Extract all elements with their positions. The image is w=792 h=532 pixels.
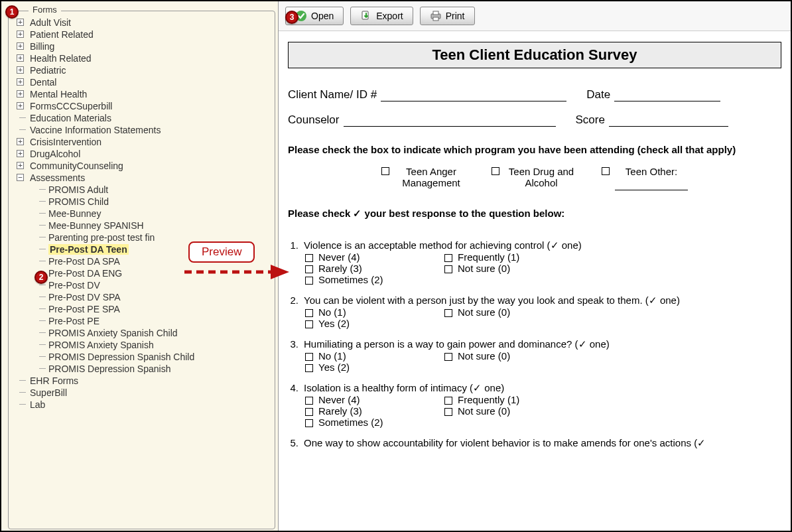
- svg-rect-5: [433, 11, 438, 15]
- expand-icon[interactable]: +: [17, 19, 24, 26]
- survey-content: Teen Client Education Survey Client Name…: [279, 31, 791, 531]
- expand-icon[interactable]: +: [17, 78, 24, 86]
- checkbox[interactable]: [444, 254, 452, 262]
- answer-option: Frequently (1): [444, 251, 577, 263]
- svg-rect-6: [433, 17, 438, 21]
- tree-item[interactable]: SuperBill: [13, 387, 275, 399]
- checkbox[interactable]: [444, 265, 452, 273]
- tree-item[interactable]: Mee-Bunney: [13, 208, 275, 220]
- question-text: Isolation is a healthy form of intimacy …: [304, 382, 504, 394]
- checkbox[interactable]: [492, 167, 499, 175]
- other-line[interactable]: [615, 177, 688, 190]
- tree-item[interactable]: +FormsCCCSuperbill: [13, 100, 275, 112]
- field-score: Score: [576, 113, 728, 127]
- tree-item[interactable]: PROMIS Child: [13, 196, 275, 208]
- checkbox[interactable]: [444, 309, 452, 317]
- tree-item[interactable]: +Mental Health: [13, 88, 275, 100]
- answer-label: Never (4): [318, 251, 360, 263]
- checkbox[interactable]: [305, 353, 313, 361]
- checkbox[interactable]: [305, 277, 313, 285]
- checkbox[interactable]: [305, 309, 313, 317]
- expand-icon[interactable]: +: [17, 54, 24, 62]
- answer-option: Never (4): [305, 251, 438, 263]
- checkbox[interactable]: [305, 364, 313, 372]
- checkbox[interactable]: [305, 419, 313, 427]
- answer-option: Yes (2): [305, 362, 438, 373]
- answer-option: Yes (2): [305, 318, 438, 329]
- tree-item[interactable]: Lab: [13, 399, 275, 411]
- tree-item[interactable]: Pre-Post PE: [13, 315, 275, 327]
- tree-item[interactable]: Pre-Post DV SPA: [13, 291, 275, 303]
- tree-item[interactable]: +Billing: [13, 40, 275, 52]
- answer-label: Not sure (0): [458, 405, 510, 417]
- tree-item[interactable]: +Adult Visit: [13, 17, 275, 29]
- tree-item-label: EHR Forms: [30, 375, 78, 386]
- checkbox[interactable]: [444, 397, 452, 405]
- tree-item[interactable]: +CrisisIntervention: [13, 136, 275, 148]
- svg-rect-3: [362, 11, 368, 19]
- client-name-line[interactable]: [381, 90, 566, 101]
- checkbox[interactable]: [305, 408, 313, 416]
- print-button[interactable]: Print: [420, 7, 475, 25]
- checkbox[interactable]: [305, 265, 313, 273]
- collapse-icon[interactable]: −: [17, 174, 24, 181]
- expand-icon[interactable]: +: [17, 102, 24, 109]
- expand-icon[interactable]: +: [17, 90, 24, 98]
- expand-icon[interactable]: +: [17, 150, 24, 157]
- export-button[interactable]: Export: [350, 7, 413, 25]
- tree-item[interactable]: −Assessments: [13, 172, 275, 184]
- checkbox[interactable]: [602, 167, 610, 175]
- tree-item[interactable]: +Health Related: [13, 52, 275, 64]
- expand-icon[interactable]: +: [17, 42, 24, 50]
- score-line[interactable]: [609, 115, 728, 127]
- program-label: Teen Drug and Alcohol: [505, 166, 578, 189]
- toolbar: Open Export Print: [279, 1, 791, 31]
- tree-item[interactable]: +Patient Related: [13, 29, 275, 40]
- tree-item[interactable]: PROMIS Depression Spanish Child: [13, 351, 275, 363]
- tree-item[interactable]: Mee-Bunney SPANISH: [13, 220, 275, 232]
- questions-list: 1.Violence is an acceptable method for a…: [288, 239, 781, 449]
- tree-item[interactable]: Pre-Post PE SPA: [13, 303, 275, 315]
- checkbox[interactable]: [444, 353, 452, 361]
- checkbox[interactable]: [305, 254, 313, 262]
- checkbox[interactable]: [305, 320, 313, 328]
- tree-item[interactable]: PROMIS Anxiety Spanish: [13, 339, 275, 351]
- question-number: 5.: [288, 437, 298, 449]
- checkbox[interactable]: [381, 167, 389, 175]
- expand-icon[interactable]: +: [17, 138, 24, 145]
- answer-label: Yes (2): [318, 362, 350, 373]
- date-line[interactable]: [614, 90, 720, 101]
- preview-callout: Preview: [188, 241, 255, 263]
- question: 3.Humiliating a person is a way to gain …: [288, 338, 781, 373]
- annotation-badge-1: 1: [5, 5, 19, 19]
- counselor-line[interactable]: [344, 115, 556, 127]
- tree-item-label: PROMIS Child: [48, 196, 109, 207]
- tree-item[interactable]: +Dental: [13, 76, 275, 88]
- tree-item[interactable]: +Pediatric: [13, 64, 275, 76]
- tree-item[interactable]: PROMIS Depression Spanish: [13, 363, 275, 375]
- answer-label: Rarely (3): [318, 263, 362, 274]
- checkbox[interactable]: [305, 397, 313, 405]
- tree-item-label: Mee-Bunney: [48, 208, 101, 219]
- checkbox[interactable]: [444, 408, 452, 416]
- print-label: Print: [446, 11, 465, 21]
- expand-icon[interactable]: +: [17, 66, 24, 74]
- tree-item-label: FormsCCCSuperbill: [30, 101, 112, 111]
- program-option: Teen Other:: [602, 166, 688, 190]
- tree-item[interactable]: +DrugAlcohol: [13, 148, 275, 160]
- tree-item[interactable]: PROMIS Adult: [13, 184, 275, 196]
- tree-item[interactable]: +CommunityCounseling: [13, 160, 275, 172]
- tree-item-label: CrisisIntervention: [30, 137, 101, 147]
- tree-item-label: Billing: [30, 41, 54, 52]
- program-option: Teen Anger Management: [381, 166, 468, 190]
- field-counselor: Counselor: [288, 113, 556, 127]
- expand-icon[interactable]: +: [17, 31, 24, 38]
- tree-item[interactable]: EHR Forms: [13, 375, 275, 387]
- answer-label: Sometimes (2): [318, 274, 383, 285]
- tree-item[interactable]: Vaccine Information Statements: [13, 124, 275, 136]
- expand-icon[interactable]: +: [17, 162, 24, 169]
- tree-item[interactable]: Education Materials: [13, 112, 275, 124]
- answer-label: Yes (2): [318, 318, 350, 329]
- tree-item-label: Education Materials: [30, 113, 111, 123]
- tree-item[interactable]: PROMIS Anxiety Spanish Child: [13, 327, 275, 339]
